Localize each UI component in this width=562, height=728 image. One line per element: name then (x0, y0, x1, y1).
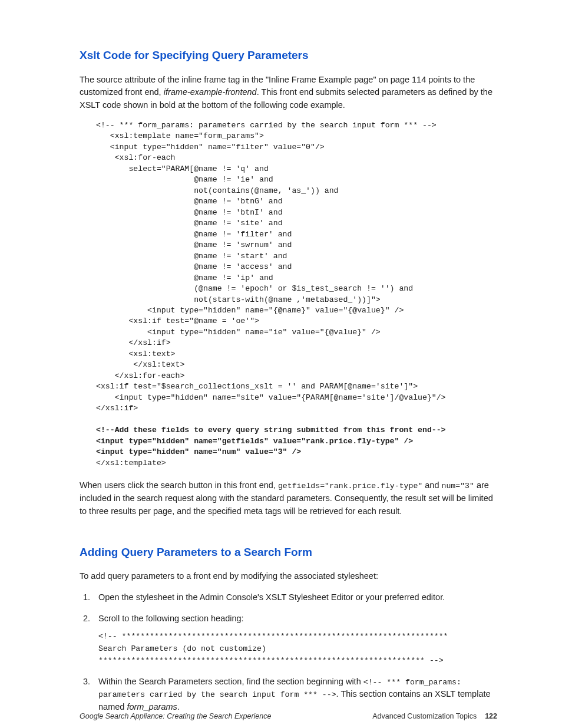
footer-doc-title: Google Search Appliance: Creating the Se… (80, 711, 271, 722)
section1-outro-paragraph: When users click the search button in th… (80, 479, 497, 518)
step-2-code-block: <!-- ***********************************… (98, 631, 497, 667)
code-plain-part: <!-- *** form_params: parameters carried… (96, 121, 446, 413)
step-2-text: Scroll to the following section heading: (98, 614, 244, 623)
page-footer: Google Search Appliance: Creating the Se… (80, 711, 497, 722)
footer-chapter: Advanced Customization Topics (372, 712, 477, 720)
code-after-bold: </xsl:template> (96, 459, 166, 467)
section1-intro-paragraph: The source attribute of the inline frame… (80, 74, 497, 112)
step-3-template-name: form_params (127, 702, 177, 711)
spacer (80, 526, 497, 544)
document-page: Xslt Code for Specifying Query Parameter… (0, 0, 562, 728)
outro-pre: When users click the search button in th… (80, 480, 278, 490)
section2-intro: To add query parameters to a front end b… (80, 570, 497, 583)
step-3-pre: Within the Search Parameters section, fi… (98, 677, 363, 686)
outro-mid1: and (422, 480, 441, 490)
step-1: Open the stylesheet in the Admin Console… (92, 591, 497, 604)
outro-code-getfields: getfields="rank.price.fly-type" (278, 482, 422, 490)
step-2: Scroll to the following section heading:… (92, 612, 497, 667)
outro-code-num: num="3" (441, 482, 474, 490)
code-bold-part: <!--Add these fields to every query stri… (96, 426, 446, 456)
xslt-code-block: <!-- *** form_params: parameters carried… (96, 120, 497, 469)
steps-list: Open the stylesheet in the Admin Console… (80, 591, 497, 714)
step-3: Within the Search Parameters section, fi… (92, 676, 497, 714)
step-3-post: . (177, 702, 180, 711)
footer-page-number: 122 (485, 712, 497, 720)
intro-frontend-name: iframe-example-frontend (164, 87, 257, 97)
section-heading-adding-query-params: Adding Query Parameters to a Search Form (80, 544, 497, 561)
step-1-text: Open the stylesheet in the Admin Console… (98, 592, 445, 602)
footer-right: Advanced Customization Topics 122 (372, 711, 497, 722)
section-heading-xslt-code: Xslt Code for Specifying Query Parameter… (80, 47, 497, 64)
